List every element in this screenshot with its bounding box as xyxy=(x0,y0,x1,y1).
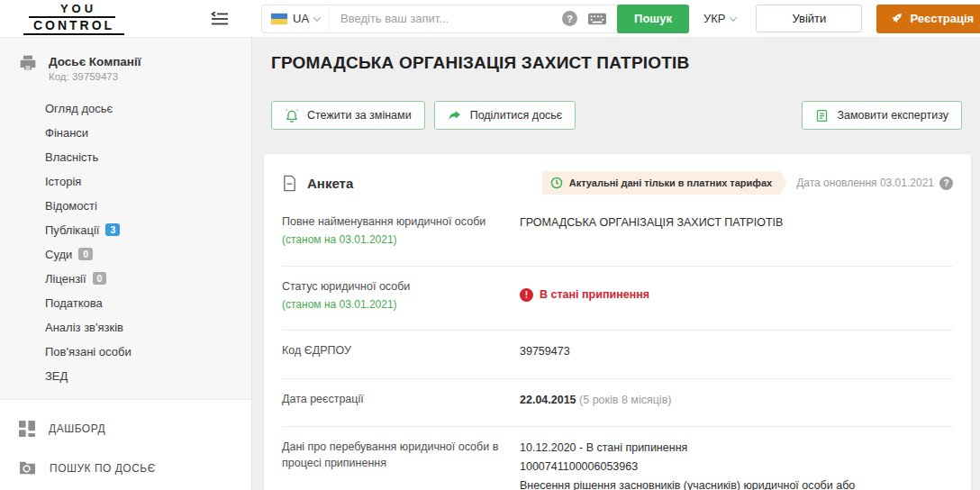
search-bar: UA ? Пошук xyxy=(261,5,689,33)
sidebar-item-overview[interactable]: Огляд досьє xyxy=(0,96,251,121)
paid-data-badge: Актуальні дані тільки в платних тарифах xyxy=(542,171,787,195)
sidebar-item-ownership[interactable]: Власність xyxy=(0,145,251,169)
sidebar-item-courts[interactable]: Суди0 xyxy=(0,242,251,267)
sidebar-collapse-icon[interactable] xyxy=(211,12,229,26)
termination-description: Внесення рішення засновників (учасників)… xyxy=(520,476,907,490)
search-help-icon[interactable]: ? xyxy=(562,11,577,26)
dossier-title: Досьє Компанії xyxy=(49,54,141,68)
row-value: ГРОМАДСЬКА ОРГАНІЗАЦІЯ ЗАХИСТ ПАТРІОТІВ xyxy=(520,213,783,249)
login-button[interactable]: Увійти xyxy=(756,5,862,32)
card-title: Анкета xyxy=(307,176,353,191)
row-value: 39759473 xyxy=(520,342,570,361)
follow-changes-button[interactable]: Стежити за змінами xyxy=(271,101,425,130)
date-help-icon[interactable]: ? xyxy=(939,177,953,190)
update-date: Дата оновлення 03.01.2021 ? xyxy=(796,177,953,190)
header-controls: UA ? Пошук УКР Увійти Реєстрація xyxy=(261,5,980,33)
row-value: 10.12.2020 - В стані припинення 10007411… xyxy=(520,439,907,490)
row-sublabel: (станом на 03.01.2021) xyxy=(282,297,509,313)
logo-text-control: CONTROL xyxy=(23,18,124,35)
publications-count-badge: 3 xyxy=(105,223,120,236)
sidebar-item-dashboard[interactable]: ДАШБОРД xyxy=(0,409,251,449)
share-icon xyxy=(448,108,462,122)
company-dossier-section: Досьє Компанії Код: 39759473 Огляд досьє… xyxy=(0,38,251,400)
order-expertise-button[interactable]: Замовити експертизу xyxy=(802,101,962,130)
termination-record-number: 1000741100006053963 xyxy=(520,458,907,476)
document-icon xyxy=(282,175,297,192)
clock-icon xyxy=(550,177,563,189)
sidebar-item-history[interactable]: Історія xyxy=(0,169,251,194)
language-selector[interactable]: УКР xyxy=(703,12,737,25)
search-input[interactable] xyxy=(330,12,557,25)
table-row-registration-date: Дата реєстрації 22.04.2015 (5 років 8 мі… xyxy=(282,378,953,427)
search-button[interactable]: Пошук xyxy=(617,5,689,33)
chevron-down-icon xyxy=(730,14,737,21)
ukraine-flag-icon xyxy=(271,14,287,24)
rocket-icon xyxy=(890,13,903,25)
status-value: ! В стані припинення xyxy=(520,278,649,313)
sidebar-item-licenses[interactable]: Ліцензії0 xyxy=(0,267,251,291)
termination-status-line: 10.12.2020 - В стані припинення xyxy=(520,439,907,458)
sidebar: Досьє Компанії Код: 39759473 Огляд досьє… xyxy=(0,38,252,490)
dossier-nav: Огляд досьє Фінанси Власність Історія Ві… xyxy=(0,96,251,388)
main-content: ГРОМАДСЬКА ОРГАНІЗАЦІЯ ЗАХИСТ ПАТРІОТІВ … xyxy=(253,38,980,490)
sidebar-sections: ДАШБОРД ПОШУК ПО ДОСЬЄ ФІЗИЧНІ ОСОБИ xyxy=(0,400,251,490)
row-label: Статус юридичної особи xyxy=(282,278,509,295)
youcontrol-logo[interactable]: YOU CONTROL xyxy=(23,2,124,35)
search-country-code: UA xyxy=(293,12,309,25)
table-row-termination: Дані про перебування юридичної особи в п… xyxy=(282,426,953,490)
register-button[interactable]: Реєстрація xyxy=(876,5,980,33)
dossier-icon xyxy=(19,54,37,72)
sidebar-item-finances[interactable]: Фінанси xyxy=(0,121,251,145)
row-label: Дані про перебування юридичної особи в п… xyxy=(282,439,509,490)
table-row-full-name: Повне найменування юридичної особи (стан… xyxy=(282,208,953,266)
table-row-status: Статус юридичної особи (станом на 03.01.… xyxy=(282,266,953,331)
anketa-card-header: Анкета Актуальні дані тільки в платних т… xyxy=(282,154,953,208)
row-label: Повне найменування юридичної особи xyxy=(282,213,509,230)
folder-search-icon xyxy=(19,460,36,476)
sidebar-item-tax[interactable]: Податкова xyxy=(0,291,251,315)
row-label: Код ЄДРПОУ xyxy=(282,342,509,361)
chevron-down-icon xyxy=(313,14,321,21)
sidebar-item-publications[interactable]: Публікації3 xyxy=(0,218,251,242)
dashboard-icon xyxy=(19,421,35,437)
company-dossier-header[interactable]: Досьє Компанії Код: 39759473 xyxy=(0,52,251,87)
register-label: Реєстрація xyxy=(910,12,974,25)
logo-text-you: YOU xyxy=(29,2,115,18)
licenses-count-badge: 0 xyxy=(93,272,107,285)
registration-date: 22.04.2015 xyxy=(520,394,576,406)
sidebar-item-dossier-search[interactable]: ПОШУК ПО ДОСЬЄ xyxy=(0,449,251,487)
card-header-right: Актуальні дані тільки в платних тарифах … xyxy=(542,171,953,195)
sidebar-item-related-persons[interactable]: Пов'язані особи xyxy=(0,340,251,364)
row-label: Дата реєстрації xyxy=(282,391,509,410)
top-bar: YOU CONTROL UA ? Пошук УКР Увійти xyxy=(0,0,980,38)
language-label: УКР xyxy=(703,12,726,25)
dossier-code: Код: 39759473 xyxy=(49,71,141,82)
expertise-document-icon xyxy=(815,109,829,122)
sidebar-item-connections[interactable]: Аналіз зв'язків xyxy=(0,315,251,340)
alert-icon: ! xyxy=(520,288,533,302)
sidebar-item-details[interactable]: Відомості xyxy=(0,194,251,218)
action-toolbar: Стежити за змінами Поділитися досьє Замо… xyxy=(271,101,962,130)
share-dossier-button[interactable]: Поділитися досьє xyxy=(434,101,576,130)
table-row-edrpou: Код ЄДРПОУ 39759473 xyxy=(282,330,953,378)
bell-icon xyxy=(285,108,299,122)
search-country-dropdown[interactable]: UA xyxy=(262,5,330,32)
sidebar-item-zed[interactable]: ЗЕД xyxy=(0,364,251,388)
courts-count-badge: 0 xyxy=(78,248,93,260)
anketa-card: Анкета Актуальні дані тільки в платних т… xyxy=(264,154,971,490)
keyboard-icon[interactable] xyxy=(588,13,606,25)
row-sublabel: (станом на 03.01.2021) xyxy=(282,232,509,248)
company-title: ГРОМАДСЬКА ОРГАНІЗАЦІЯ ЗАХИСТ ПАТРІОТІВ xyxy=(271,53,980,73)
registration-age: (5 років 8 місяців) xyxy=(579,394,671,406)
